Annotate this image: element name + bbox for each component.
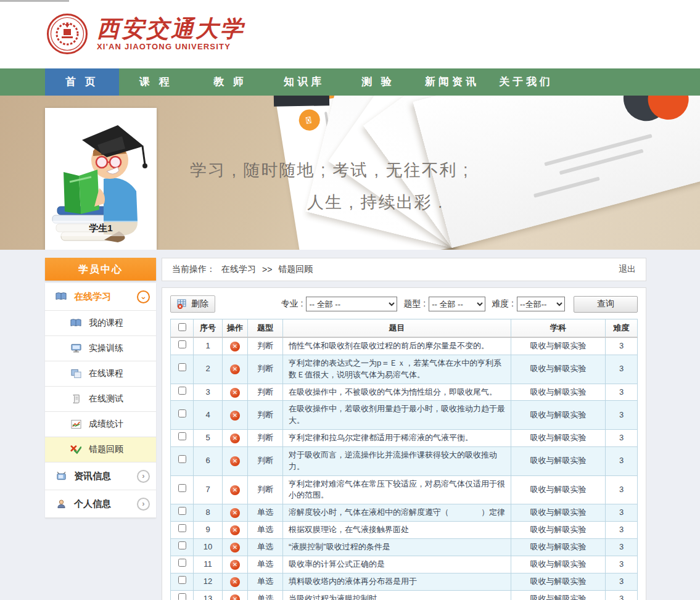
question-text: 惰性气体和吸收剂在吸收过程的前后的摩尔量是不变的。	[283, 337, 511, 355]
delete-button[interactable]: 删除	[170, 295, 215, 313]
delete-question-icon[interactable]: ✕	[230, 364, 240, 374]
table-row: 9✕单选根据双膜理论，在气液接触界面处吸收与解吸实验3	[171, 522, 638, 539]
banner-slogan-line1: 学习 , 随时随地 ; 考试 , 无往不利 ;	[190, 159, 469, 181]
row-index: 8	[194, 504, 223, 522]
delete-question-icon[interactable]: ✕	[230, 560, 240, 570]
question-difficulty: 3	[606, 475, 638, 504]
banner-circle-icon: ✉	[296, 107, 323, 133]
row-checkbox[interactable]	[178, 559, 186, 567]
question-text: 在吸收操作中，若吸收剂用量趋于最小时，吸收推动力趋于最大。	[283, 401, 511, 430]
table-row: 13✕单选当吸收过程为液膜控制时吸收与解吸实验3	[171, 590, 638, 600]
delete-button-label: 删除	[191, 298, 208, 310]
row-checkbox[interactable]	[178, 541, 186, 549]
row-index: 5	[194, 430, 223, 447]
delete-question-icon[interactable]: ✕	[230, 543, 240, 553]
sidebar-item-personal-info[interactable]: 个人信息›	[45, 490, 156, 518]
toolbar: 删除 专业 :-- 全部 --题型 :-- 全部 --难度 :--全部-- 查询	[170, 295, 638, 313]
delete-question-icon[interactable]: ✕	[230, 342, 240, 351]
sidebar-item-score-statistics[interactable]: 成绩统计	[45, 412, 156, 437]
delete-question-icon[interactable]: ✕	[230, 485, 240, 495]
monitor-icon	[70, 342, 82, 355]
question-text: 亨利定律对难溶气体在常压下较适应，对易溶气体仅适用于很小的范围。	[283, 475, 511, 504]
question-type: 单选	[248, 522, 283, 539]
major-select[interactable]: -- 全部 --	[306, 297, 397, 311]
nav-item-news[interactable]: 新闻资讯	[415, 68, 489, 96]
question-difficulty: 3	[606, 590, 638, 600]
col-header-action: 操作	[223, 319, 248, 338]
row-checkbox[interactable]	[178, 432, 186, 440]
delete-question-icon[interactable]: ✕	[230, 456, 240, 466]
nav-item-tests[interactable]: 测 验	[341, 68, 415, 96]
row-checkbox[interactable]	[178, 455, 186, 463]
table-row: 4✕判断在吸收操作中，若吸收剂用量趋于最小时，吸收推动力趋于最大。吸收与解吸实验…	[171, 401, 638, 430]
banner-phone-mock	[273, 96, 329, 107]
row-checkbox[interactable]	[178, 576, 186, 584]
breadcrumb: 当前操作： 在线学习 >> 错题回顾 退出	[162, 258, 646, 281]
sidebar-item-online-learning[interactable]: 在线学习⌄	[45, 283, 156, 311]
question-table-body: 1✕判断惰性气体和吸收剂在吸收过程的前后的摩尔量是不变的。吸收与解吸实验32✕判…	[171, 337, 638, 600]
filter-label: 难度 :	[492, 298, 514, 310]
select-all-checkbox[interactable]	[178, 323, 186, 331]
question-text: “液膜控制”吸收过程的条件是	[283, 538, 511, 556]
filter-question-type: 题型 :-- 全部 --	[403, 297, 485, 311]
question-type-select[interactable]: -- 全部 --	[429, 297, 485, 311]
delete-question-icon[interactable]: ✕	[230, 411, 240, 421]
university-name-cn: 西安交通大学	[97, 17, 245, 41]
nav-item-courses[interactable]: 课 程	[119, 68, 193, 96]
question-type: 单选	[248, 538, 283, 556]
nav-item-home[interactable]: 首 页	[45, 68, 119, 96]
delete-question-icon[interactable]: ✕	[230, 594, 240, 600]
question-difficulty: 3	[606, 522, 638, 539]
query-button[interactable]: 查询	[574, 296, 638, 313]
sidebar-item-news-info[interactable]: 资讯信息›	[45, 462, 156, 490]
hero-banner: ✉ ♟	[0, 96, 700, 250]
question-subject: 吸收与解吸实验	[511, 337, 606, 355]
row-checkbox[interactable]	[178, 524, 186, 532]
difficulty-select[interactable]: --全部--	[517, 297, 565, 311]
question-text: 在吸收操作中，不被吸收的气体为惰性组分，即吸收尾气。	[283, 384, 511, 401]
sidebar-item-label: 在线学习	[74, 291, 111, 303]
sidebar-item-my-courses[interactable]: 我的课程	[45, 311, 156, 336]
sidebar-item-practical-training[interactable]: 实操训练	[45, 336, 156, 361]
delete-question-icon[interactable]: ✕	[230, 388, 240, 398]
question-type: 判断	[248, 475, 283, 504]
filter-difficulty: 难度 :--全部--	[492, 297, 565, 311]
row-checkbox[interactable]	[178, 409, 186, 417]
sidebar-item-label: 我的课程	[89, 318, 123, 329]
row-index: 9	[194, 522, 223, 539]
question-subject: 吸收与解吸实验	[511, 430, 606, 447]
row-checkbox[interactable]	[178, 484, 186, 492]
breadcrumb-current: 错题回顾	[278, 264, 313, 275]
question-subject: 吸收与解吸实验	[511, 573, 606, 590]
delete-question-icon[interactable]: ✕	[230, 508, 240, 518]
question-subject: 吸收与解吸实验	[511, 556, 606, 573]
nav-item-about-us[interactable]: 关于我们	[489, 68, 563, 96]
sidebar-item-wrong-question-review[interactable]: 错题回顾	[45, 437, 156, 462]
delete-question-icon[interactable]: ✕	[230, 434, 240, 443]
question-difficulty: 3	[606, 401, 638, 430]
question-type: 单选	[248, 556, 283, 573]
row-checkbox[interactable]	[178, 340, 186, 348]
table-row: 2✕判断亨利定律的表达式之一为p＝Ｅｘ，若某气体在水中的亨利系数Ｅ值很大，说明该…	[171, 355, 638, 384]
sidebar-item-online-courses[interactable]: 在线课程	[45, 361, 156, 387]
chevron-down-icon: ⌄	[137, 290, 150, 303]
nav-item-teachers[interactable]: 教 师	[193, 68, 267, 96]
sidebar-item-online-test[interactable]: 在线测试	[45, 387, 156, 412]
row-checkbox[interactable]	[178, 593, 186, 600]
question-difficulty: 3	[606, 538, 638, 556]
delete-question-icon[interactable]: ✕	[230, 525, 240, 535]
nav-item-knowledge-base[interactable]: 知识库	[267, 68, 341, 96]
sidebar-item-label: 资讯信息	[74, 471, 111, 482]
table-row: 3✕判断在吸收操作中，不被吸收的气体为惰性组分，即吸收尾气。吸收与解吸实验3	[171, 384, 638, 401]
breadcrumb-separator: >>	[262, 265, 272, 274]
breadcrumb-section[interactable]: 在线学习	[221, 264, 256, 275]
logout-link[interactable]: 退出	[619, 264, 636, 275]
delete-question-icon[interactable]: ✕	[230, 577, 240, 587]
row-checkbox[interactable]	[178, 363, 186, 371]
question-text: 根据双膜理论，在气液接触界面处	[283, 522, 511, 539]
table-row: 10✕单选“液膜控制”吸收过程的条件是吸收与解吸实验3	[171, 538, 638, 556]
table-delete-icon	[177, 299, 187, 309]
row-checkbox[interactable]	[178, 507, 186, 515]
row-checkbox[interactable]	[178, 387, 186, 395]
scroll-icon	[70, 393, 82, 405]
